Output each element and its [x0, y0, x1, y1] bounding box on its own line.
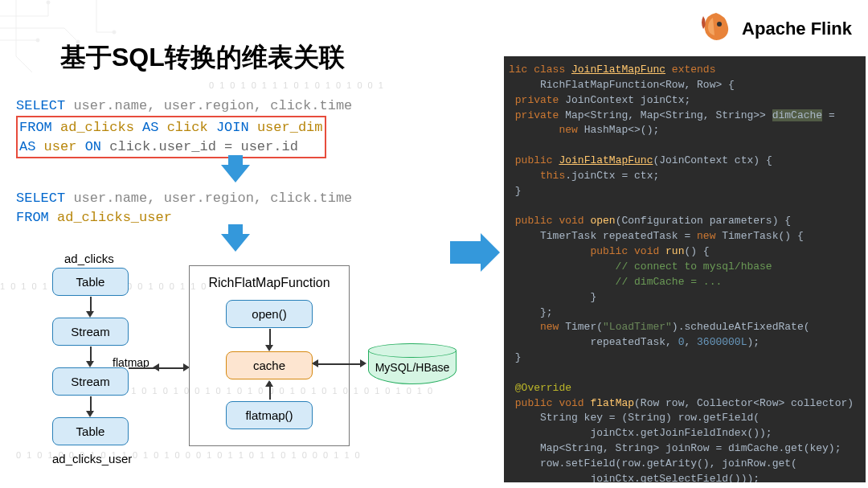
svg-point-4: [717, 22, 722, 27]
header: Apache Flink: [697, 10, 852, 48]
arrow-down-1: [221, 165, 250, 182]
flow-diagram: ad_clicks Table Stream flatmap Stream Ta…: [16, 253, 470, 482]
db-cylinder: MySQL/HBase: [368, 343, 457, 388]
svg-point-0: [47, 1, 50, 4]
arrow-right-big: [450, 241, 484, 264]
node-table2: Table: [52, 417, 129, 445]
node-flatmap: flatmap(): [226, 401, 313, 429]
flink-logo-icon: [697, 10, 735, 48]
svg-point-3: [113, 31, 116, 34]
node-table1: Table: [52, 268, 129, 296]
node-open: open(): [226, 300, 313, 328]
sql-block-1: SELECT user.name, user.region, click.tim…: [16, 96, 454, 158]
arrow-down-2: [221, 234, 250, 252]
label-adclicksuser: ad_clicks_user: [52, 452, 132, 465]
rfm-container: RichFlatMapFunction open() cache flatmap…: [189, 265, 350, 446]
bg-binary: 0 1 0 1 0 1 1 1 0 1 0 1 0 1 0 0 1: [209, 80, 385, 90]
rfm-title: RichFlatMapFunction: [199, 276, 339, 290]
node-stream2: Stream: [52, 367, 129, 396]
brand-text: Apache Flink: [742, 18, 852, 39]
sql-block-2: SELECT user.name, user.region, click.tim…: [16, 189, 454, 228]
svg-point-2: [36, 39, 39, 42]
left-content: SELECT user.name, user.region, click.tim…: [16, 96, 454, 258]
slide-title: 基于SQL转换的维表关联: [60, 40, 345, 76]
code-block: lic class JoinFlatMapFunc extends RichFl…: [504, 56, 866, 482]
label-adclicks: ad_clicks: [64, 252, 114, 265]
db-label: MySQL/HBase: [368, 361, 457, 374]
node-stream1: Stream: [52, 318, 129, 346]
node-cache: cache: [226, 351, 313, 379]
